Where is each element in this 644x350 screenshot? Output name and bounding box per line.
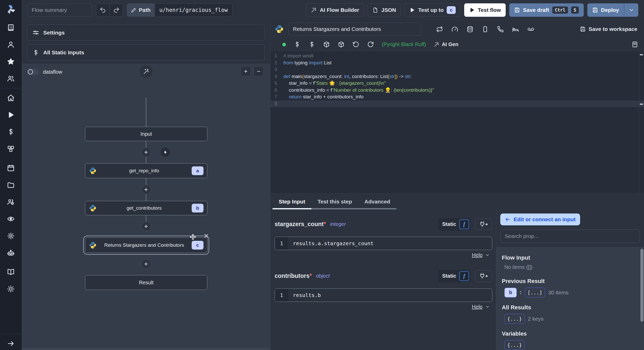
repeat-icon[interactable] <box>436 26 443 33</box>
collapsed-object-badge[interactable]: {...} <box>504 314 525 324</box>
expr-editor[interactable]: 1 results.b <box>275 288 492 302</box>
collapsed-object-badge[interactable]: {...} <box>504 340 525 350</box>
json-button[interactable]: JSON <box>368 3 401 17</box>
connect-panel-scrollbar[interactable] <box>640 249 643 322</box>
edit-or-connect-button[interactable]: Edit or connect an input <box>500 214 580 225</box>
book-open-icon[interactable] <box>7 268 15 276</box>
flow-node-input[interactable]: Input <box>85 127 207 141</box>
package-icon[interactable] <box>323 41 330 48</box>
add-step-button[interactable] <box>141 148 151 157</box>
gear-icon[interactable] <box>7 232 15 240</box>
flow-node-get-repo-info[interactable]: get_repo_info a <box>85 163 207 178</box>
graph-horizontal-scrollbar[interactable] <box>22 348 270 350</box>
path-chip[interactable]: Path u/henri/gracious_flow <box>127 3 233 17</box>
library-icon[interactable] <box>631 41 638 48</box>
phone-icon[interactable] <box>497 26 504 33</box>
input-mode-toggle[interactable]: Static f <box>438 218 471 231</box>
cubes-icon[interactable] <box>7 145 15 153</box>
undo-button[interactable] <box>96 4 109 16</box>
home-icon[interactable] <box>7 94 15 102</box>
test-flow-button[interactable]: Test flow <box>464 3 506 17</box>
code-line[interactable]: 1# import wmill <box>270 53 644 59</box>
search-prop-input[interactable] <box>500 229 640 243</box>
add-step-button[interactable] <box>141 222 151 231</box>
ai-flow-builder-button[interactable]: AI Flow Builder <box>306 3 364 17</box>
bot-icon[interactable] <box>7 249 15 257</box>
input-mode-toggle[interactable]: Static f <box>438 270 471 282</box>
connect-input-button[interactable] <box>475 270 492 282</box>
calendar-icon[interactable] <box>7 164 15 172</box>
ai-gen-label: AI Gen <box>442 41 458 47</box>
tab-step-input[interactable]: Step Input <box>273 195 311 208</box>
deploy-more-button[interactable] <box>624 3 638 17</box>
tab-advanced[interactable]: Advanced <box>358 195 396 208</box>
save-to-workspace-button[interactable]: Save to workspace <box>580 26 637 32</box>
package-icon[interactable] <box>338 41 345 48</box>
trigger-button[interactable] <box>161 148 170 157</box>
flow-summary-input[interactable] <box>27 3 92 17</box>
database-icon[interactable] <box>467 26 473 33</box>
flow-node-returns-stargazers[interactable]: Returns Stargazers and Contributors c <box>85 237 207 253</box>
chevron-down-icon[interactable] <box>485 253 490 257</box>
users-cog-icon[interactable] <box>7 198 15 206</box>
help-link[interactable]: Help <box>472 304 482 310</box>
graph-ai-wand-button[interactable] <box>140 65 152 78</box>
bed-icon[interactable] <box>512 26 519 33</box>
dollar-icon[interactable] <box>308 41 315 48</box>
expr-editor[interactable]: 1 results.a.stargazers_count <box>275 237 492 250</box>
user-icon[interactable] <box>7 41 15 48</box>
code-line[interactable]: 3 <box>270 66 644 73</box>
help-link[interactable]: Help <box>472 252 482 258</box>
zoom-out-button[interactable]: − <box>254 66 264 76</box>
dollar-icon[interactable] <box>7 128 15 136</box>
sun-icon[interactable] <box>7 285 15 293</box>
result-key-badge[interactable]: b <box>504 288 517 297</box>
tab-test-this-step[interactable]: Test this step <box>311 195 358 208</box>
code-line[interactable]: 7 return star_info + contributors_info <box>270 93 644 100</box>
expr-mode-button[interactable]: f <box>459 219 469 229</box>
step-title-input[interactable] <box>289 23 421 36</box>
undo-icon <box>99 7 106 13</box>
code-line[interactable]: 4def main(stargazers_count: int, contrib… <box>270 73 644 80</box>
move-node-handle[interactable] <box>190 234 196 240</box>
arrow-right-icon[interactable] <box>7 340 15 347</box>
path-value: u/henri/gracious_flow <box>155 4 233 16</box>
windmill-logo-icon[interactable] <box>5 4 16 15</box>
redo-button[interactable] <box>109 4 123 16</box>
rotate-ccw-icon[interactable] <box>352 41 359 48</box>
gauge-icon[interactable] <box>451 26 458 33</box>
code-editor-scrollbar[interactable] <box>639 51 644 193</box>
flow-settings-button[interactable]: Settings <box>27 24 265 41</box>
add-step-button[interactable] <box>141 259 151 269</box>
eye-icon[interactable] <box>7 215 15 223</box>
dataflow-toggle[interactable] <box>27 69 39 75</box>
expr-mode-button[interactable]: f <box>459 271 469 281</box>
play-icon[interactable] <box>7 111 15 119</box>
code-line[interactable]: 6 contributors_info = f"Number of contri… <box>270 87 644 94</box>
code-editor[interactable]: 1# import wmill2from typing import List3… <box>270 51 644 193</box>
code-line[interactable]: 2from typing import List <box>270 59 644 66</box>
users-icon[interactable] <box>7 75 15 82</box>
flow-node-get-contributors[interactable]: get_contributors b <box>85 201 207 215</box>
connect-input-button[interactable] <box>475 218 492 230</box>
flow-node-result[interactable]: Result <box>85 275 207 290</box>
building-icon[interactable] <box>7 24 15 31</box>
rotate-cw-icon[interactable] <box>367 41 374 48</box>
chevron-down-icon[interactable] <box>485 304 490 309</box>
delete-node-icon[interactable] <box>204 233 209 239</box>
add-step-button[interactable] <box>141 185 151 194</box>
test-up-to-button[interactable]: Test up to c <box>404 3 460 17</box>
code-line[interactable]: 8 <box>270 100 644 107</box>
code-line[interactable]: 5 star_info = f"Stars 🌟 : {stargazers_co… <box>270 80 644 87</box>
dollar-icon[interactable] <box>294 41 301 48</box>
smartphone-icon[interactable] <box>482 26 489 33</box>
folder-icon[interactable] <box>7 181 15 189</box>
save-draft-button[interactable]: Save draft Ctrl S <box>509 3 584 17</box>
voicemail-icon[interactable] <box>527 26 534 33</box>
deploy-button[interactable]: Deploy <box>587 3 624 17</box>
all-static-inputs-button[interactable]: All Static Inputs <box>27 44 265 61</box>
zoom-in-button[interactable]: + <box>241 66 251 76</box>
ai-gen-button[interactable]: AI Gen <box>434 41 458 47</box>
collapsed-array-badge[interactable]: [...] <box>525 288 545 297</box>
star-icon[interactable] <box>7 58 15 65</box>
